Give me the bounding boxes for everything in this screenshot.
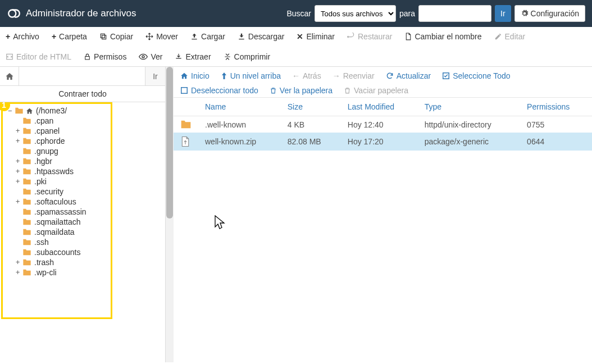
cell-perms: 0755 bbox=[520, 116, 592, 133]
tree-node[interactable]: +.cphorde bbox=[15, 136, 162, 146]
tree-node[interactable]: +.hgbr bbox=[15, 156, 162, 166]
path-input[interactable] bbox=[19, 67, 145, 85]
para-label: para bbox=[399, 9, 415, 18]
search-input[interactable] bbox=[418, 5, 491, 22]
svg-point-5 bbox=[142, 56, 144, 58]
table-row[interactable]: .well-known4 KBHoy 12:40httpd/unix-direc… bbox=[174, 116, 592, 133]
reload-link[interactable]: Actualizar bbox=[386, 71, 431, 80]
collapse-all-button[interactable]: Contraer todo bbox=[0, 86, 165, 102]
tree-node-label: .cpanel bbox=[34, 126, 60, 135]
permissions-button[interactable]: Permisos bbox=[84, 51, 126, 63]
tree-node[interactable]: .security bbox=[15, 186, 162, 197]
undo-icon bbox=[347, 33, 355, 40]
cell-size: 4 KB bbox=[281, 116, 341, 133]
tree-node[interactable]: .cpan bbox=[15, 116, 162, 126]
folder-icon bbox=[22, 157, 31, 165]
main-area: Ir Contraer todo 1 − (/home3/ .cpan+.cpa… bbox=[0, 67, 592, 362]
tree-node-label: .htpasswds bbox=[34, 167, 74, 176]
tree-node[interactable]: +.htpasswds bbox=[15, 166, 162, 176]
expand-icon[interactable]: + bbox=[15, 157, 21, 165]
table-row[interactable]: well-known.zip82.08 MBHoy 17:20package/x… bbox=[174, 133, 592, 151]
settings-button[interactable]: Configuración bbox=[514, 5, 585, 22]
folder-icon bbox=[15, 107, 24, 115]
folder-icon bbox=[22, 218, 31, 226]
tree-node[interactable]: +.cpanel bbox=[15, 126, 162, 136]
col-icon[interactable] bbox=[174, 98, 198, 116]
edit-html-icon bbox=[6, 53, 13, 61]
delete-button[interactable]: ✕Eliminar bbox=[297, 30, 335, 43]
home-link[interactable]: Inicio bbox=[180, 71, 210, 80]
pencil-icon bbox=[494, 33, 502, 40]
tree-root[interactable]: − (/home3/ bbox=[7, 106, 162, 116]
tree-node-label: .pki bbox=[34, 177, 47, 186]
expand-icon[interactable]: + bbox=[15, 167, 21, 175]
folder-icon bbox=[22, 188, 31, 195]
view-trash-link[interactable]: Ver la papelera bbox=[270, 86, 333, 95]
expand-icon[interactable]: + bbox=[15, 127, 21, 135]
file-listing: Name Size Last Modified Type Permissions… bbox=[174, 98, 592, 362]
col-name[interactable]: Name bbox=[198, 98, 281, 116]
tree-wrap: 1 − (/home3/ .cpan+.cpanel+.cphorde.gnup… bbox=[0, 102, 165, 362]
folder-icon bbox=[22, 258, 31, 266]
col-type[interactable]: Type bbox=[418, 98, 520, 116]
content: Inicio Un nivel arriba ←Atrás →Reenviar … bbox=[166, 67, 592, 362]
tree-node[interactable]: .gnupg bbox=[15, 146, 162, 156]
tree-node[interactable]: .sqmailattach bbox=[15, 217, 162, 227]
toolbar: +Archivo +Carpeta Copiar Mover Cargar De… bbox=[0, 27, 592, 67]
tree-node-label: .cpan bbox=[34, 116, 53, 125]
col-size[interactable]: Size bbox=[281, 98, 341, 116]
download-button[interactable]: Descargar bbox=[238, 30, 285, 43]
scrollbar[interactable] bbox=[166, 67, 174, 362]
folder-icon bbox=[22, 228, 31, 236]
tree-node[interactable]: .subaccounts bbox=[15, 247, 162, 257]
deselect-all-link[interactable]: Deseleccionar todo bbox=[180, 86, 258, 95]
folder-icon bbox=[22, 198, 31, 206]
sidebar: Ir Contraer todo 1 − (/home3/ .cpan+.cpa… bbox=[0, 67, 166, 362]
folder-icon bbox=[22, 178, 31, 185]
col-modified[interactable]: Last Modified bbox=[341, 98, 418, 116]
tree-node[interactable]: +.wp-cli bbox=[15, 267, 162, 277]
home-path-button[interactable] bbox=[0, 67, 19, 85]
tree-node[interactable]: .ssh bbox=[15, 237, 162, 247]
col-perms[interactable]: Permissions bbox=[520, 98, 592, 116]
cell-size: 82.08 MB bbox=[281, 133, 341, 151]
tree-node[interactable]: .spamassassin bbox=[15, 207, 162, 217]
lock-icon bbox=[84, 53, 91, 61]
path-go-button[interactable]: Ir bbox=[145, 67, 165, 85]
extract-button[interactable]: Extraer bbox=[175, 51, 211, 63]
tree-node[interactable]: +.trash bbox=[15, 257, 162, 267]
expand-icon[interactable]: + bbox=[15, 258, 21, 266]
tree-node-label: .trash bbox=[34, 258, 54, 267]
move-button[interactable]: Mover bbox=[145, 30, 178, 43]
file-button[interactable]: +Archivo bbox=[6, 30, 39, 43]
tree-node[interactable]: .sqmaildata bbox=[15, 227, 162, 237]
arrow-right-icon: → bbox=[333, 71, 340, 80]
expand-icon[interactable]: + bbox=[15, 178, 21, 185]
compress-icon bbox=[224, 53, 231, 61]
compress-button[interactable]: Comprimir bbox=[224, 51, 271, 63]
gear-icon bbox=[521, 10, 529, 17]
tree-node-label: .gnupg bbox=[34, 147, 58, 156]
view-button[interactable]: Ver bbox=[139, 51, 162, 63]
cell-modified: Hoy 17:20 bbox=[341, 133, 418, 151]
forward-link: →Reenviar bbox=[333, 71, 375, 80]
upload-button[interactable]: Cargar bbox=[190, 30, 225, 43]
search-go-button[interactable]: Ir bbox=[495, 5, 511, 22]
folder-icon bbox=[22, 167, 31, 175]
up-one-level-link[interactable]: Un nivel arriba bbox=[221, 71, 281, 80]
folder-button[interactable]: +Carpeta bbox=[52, 30, 87, 43]
folder-icon bbox=[22, 137, 31, 145]
expand-icon[interactable]: + bbox=[15, 269, 21, 276]
expand-icon[interactable]: + bbox=[15, 137, 21, 145]
header: Administrador de archivos Buscar Todos s… bbox=[0, 0, 592, 27]
action-bar: Inicio Un nivel arriba ←Atrás →Reenviar … bbox=[174, 67, 592, 98]
search-scope-select[interactable]: Todos sus archivos bbox=[315, 5, 396, 22]
expand-icon[interactable]: + bbox=[15, 198, 21, 206]
rename-button[interactable]: Cambiar el nombre bbox=[404, 30, 481, 43]
tree-node[interactable]: +.softaculous bbox=[15, 197, 162, 207]
folder-icon bbox=[22, 269, 31, 276]
tree-node[interactable]: +.pki bbox=[15, 176, 162, 186]
scrollbar-thumb[interactable] bbox=[166, 67, 173, 219]
select-all-link[interactable]: Seleccione Todo bbox=[442, 71, 510, 80]
copy-button[interactable]: Copiar bbox=[99, 30, 133, 43]
